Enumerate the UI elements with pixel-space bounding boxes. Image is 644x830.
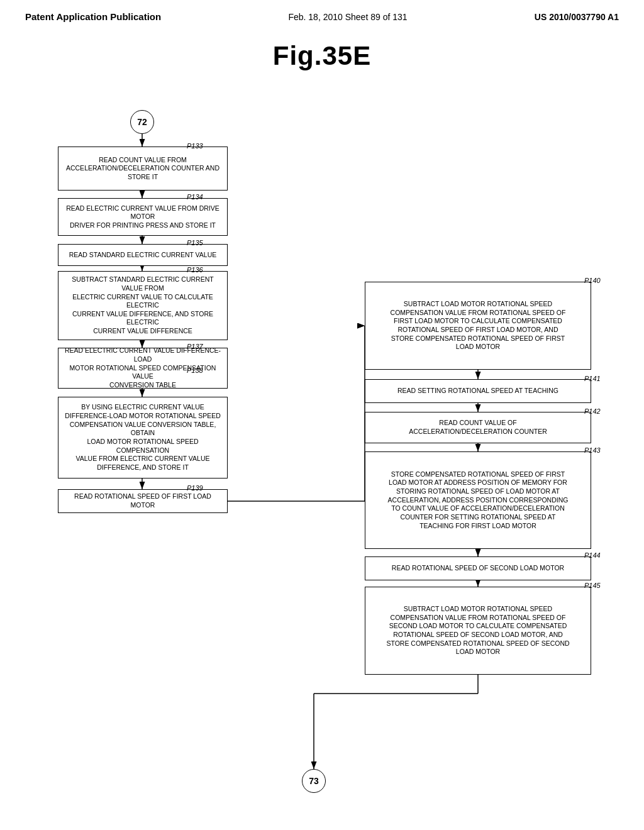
- fig-title: Fig.35E: [0, 41, 644, 71]
- page-header: Patent Application Publication Feb. 18, …: [0, 0, 644, 22]
- label-p144: P144: [584, 551, 601, 559]
- box-p142: READ COUNT VALUE OF ACCELERATION/DECELER…: [365, 412, 591, 443]
- box-p140: SUBTRACT LOAD MOTOR ROTATIONAL SPEED COM…: [365, 282, 591, 370]
- label-p140: P140: [584, 277, 601, 284]
- box-p143: STORE COMPENSATED ROTATIONAL SPEED OF FI…: [365, 451, 591, 549]
- label-p134: P134: [187, 193, 203, 201]
- box-p134: READ ELECTRIC CURRENT VALUE FROM DRIVE M…: [58, 198, 228, 236]
- label-p133: P133: [187, 142, 203, 150]
- label-p139: P139: [187, 484, 203, 492]
- box-p141: READ SETTING ROTATIONAL SPEED AT TEACHIN…: [365, 379, 591, 403]
- label-p137: P137: [187, 343, 203, 350]
- box-p144: READ ROTATIONAL SPEED OF SECOND LOAD MOT…: [365, 556, 591, 580]
- header-center: Feb. 18, 2010 Sheet 89 of 131: [288, 12, 407, 22]
- label-p145: P145: [584, 582, 601, 589]
- box-p145: SUBTRACT LOAD MOTOR ROTATIONAL SPEED COM…: [365, 587, 591, 675]
- header-right: US 2010/0037790 A1: [535, 12, 619, 22]
- label-p136: P136: [187, 266, 203, 274]
- circle-73: 73: [302, 769, 326, 793]
- header-left: Patent Application Publication: [25, 11, 161, 22]
- label-p143: P143: [584, 446, 601, 454]
- box-p133: READ COUNT VALUE FROM ACCELERATION/DECEL…: [58, 147, 228, 191]
- label-p142: P142: [584, 407, 601, 415]
- label-p141: P141: [584, 375, 601, 382]
- box-p139: READ ROTATIONAL SPEED OF FIRST LOAD MOTO…: [58, 489, 228, 513]
- diagram-area: 72 73 READ COUNT VALUE FROM ACCELERATION…: [20, 84, 624, 800]
- box-p138: BY USING ELECTRIC CURRENT VALUE DIFFEREN…: [58, 397, 228, 479]
- label-p138: P138: [187, 367, 203, 374]
- label-p135: P135: [187, 239, 203, 246]
- box-p135: READ STANDARD ELECTRIC CURRENT VALUE: [58, 244, 228, 266]
- box-p136: SUBTRACT STANDARD ELECTRIC CURRENT VALUE…: [58, 271, 228, 340]
- circle-72: 72: [130, 110, 154, 134]
